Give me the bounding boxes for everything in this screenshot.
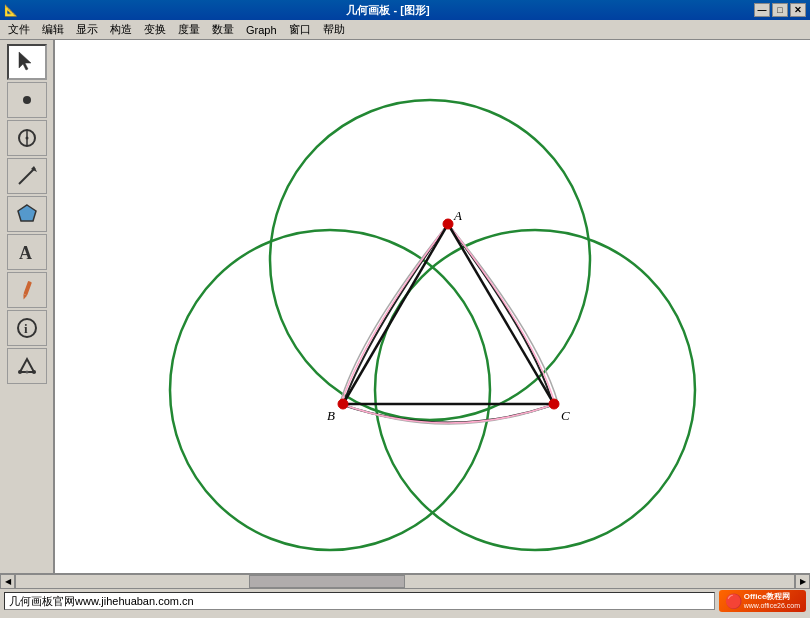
menu-display[interactable]: 显示: [70, 20, 104, 39]
custom-icon: [15, 354, 39, 378]
svg-point-25: [338, 399, 348, 409]
line-icon: [15, 164, 39, 188]
svg-text:B: B: [327, 408, 335, 423]
canvas-area[interactable]: A B C: [55, 40, 810, 573]
svg-text:A: A: [19, 243, 32, 263]
scroll-thumb[interactable]: [249, 575, 405, 588]
maximize-button[interactable]: □: [772, 3, 788, 17]
app-icon: 📐: [4, 4, 18, 17]
svg-point-18: [170, 230, 490, 550]
marker-tool-button[interactable]: [7, 272, 47, 308]
svg-point-14: [18, 370, 22, 374]
status-text: 几何画板官网www.jihehuaban.com.cn: [9, 594, 194, 609]
info-icon: i: [15, 316, 39, 340]
text-icon: A: [15, 240, 39, 264]
svg-line-21: [448, 224, 554, 404]
svg-marker-7: [18, 205, 36, 221]
svg-point-19: [375, 230, 695, 550]
svg-marker-13: [20, 359, 34, 372]
polygon-tool-button[interactable]: [7, 196, 47, 232]
main-layout: A i: [0, 40, 810, 573]
menu-edit[interactable]: 编辑: [36, 20, 70, 39]
svg-marker-0: [19, 52, 31, 70]
office-icon: 🔴: [725, 593, 742, 609]
menu-number[interactable]: 数量: [206, 20, 240, 39]
text-tool-button[interactable]: A: [7, 234, 47, 270]
menu-help[interactable]: 帮助: [317, 20, 351, 39]
menu-graph[interactable]: Graph: [240, 22, 283, 38]
menu-measure[interactable]: 度量: [172, 20, 206, 39]
scroll-right-button[interactable]: ▶: [795, 574, 810, 589]
polygon-icon: [15, 202, 39, 226]
svg-line-5: [19, 168, 35, 184]
title-bar: 📐 几何画板 - [图形] — □ ✕: [0, 0, 810, 20]
minimize-button[interactable]: —: [754, 3, 770, 17]
close-button[interactable]: ✕: [790, 3, 806, 17]
svg-point-27: [549, 399, 559, 409]
office-badge: Office教程网 www.office26.com: [744, 593, 800, 609]
line-tool-button[interactable]: [7, 158, 47, 194]
svg-point-4: [25, 137, 28, 140]
title-bar-text: 几何画板 - [图形]: [22, 3, 754, 18]
select-tool-button[interactable]: [7, 44, 47, 80]
window-controls: — □ ✕: [754, 3, 806, 17]
svg-point-23: [443, 219, 453, 229]
svg-text:A: A: [453, 208, 462, 223]
compass-icon: [15, 126, 39, 150]
custom-tool-button[interactable]: [7, 348, 47, 384]
compass-tool-button[interactable]: [7, 120, 47, 156]
toolbar: A i: [0, 40, 55, 573]
svg-text:i: i: [24, 321, 28, 336]
svg-text:C: C: [561, 408, 570, 423]
menu-file[interactable]: 文件: [2, 20, 36, 39]
point-icon: [15, 88, 39, 112]
svg-point-15: [32, 370, 36, 374]
marker-icon: [15, 278, 39, 302]
horizontal-scrollbar[interactable]: ◀ ▶: [0, 573, 810, 588]
scroll-track[interactable]: [15, 574, 795, 589]
status-text-area: 几何画板官网www.jihehuaban.com.cn: [4, 592, 715, 610]
menu-transform[interactable]: 变换: [138, 20, 172, 39]
svg-point-17: [270, 100, 590, 420]
status-bar: 几何画板官网www.jihehuaban.com.cn 🔴 Office教程网 …: [0, 588, 810, 613]
svg-line-20: [343, 224, 448, 404]
svg-rect-9: [23, 281, 32, 296]
point-tool-button[interactable]: [7, 82, 47, 118]
scroll-left-button[interactable]: ◀: [0, 574, 15, 589]
svg-point-1: [23, 96, 31, 104]
arrow-icon: [15, 50, 39, 74]
menu-construct[interactable]: 构造: [104, 20, 138, 39]
menu-bar: 文件 编辑 显示 构造 变换 度量 数量 Graph 窗口 帮助: [0, 20, 810, 40]
menu-window[interactable]: 窗口: [283, 20, 317, 39]
geometry-canvas: A B C: [55, 40, 810, 573]
info-tool-button[interactable]: i: [7, 310, 47, 346]
svg-point-16: [25, 371, 28, 374]
